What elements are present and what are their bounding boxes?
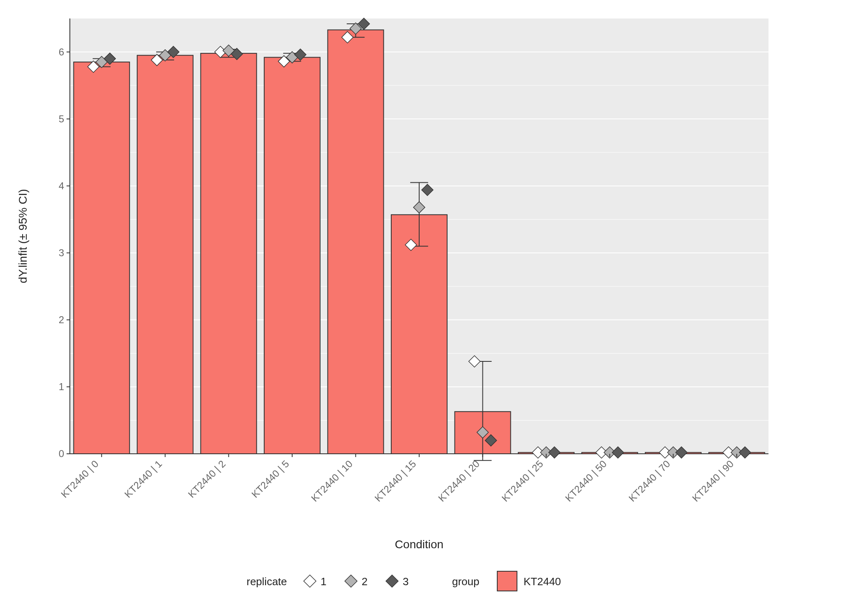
x-tick-label: KT2440 | 90 bbox=[690, 458, 736, 503]
y-tick-label: 4 bbox=[59, 180, 64, 191]
x-tick-label: KT2440 | 25 bbox=[499, 458, 545, 503]
x-tick-label: KT2440 | 1 bbox=[122, 458, 164, 500]
x-tick-label: KT2440 | 2 bbox=[186, 458, 228, 500]
legend-replicate-level: 2 bbox=[362, 575, 367, 588]
legend-swatch bbox=[497, 571, 517, 591]
legend-diamond-icon bbox=[345, 575, 357, 587]
bar bbox=[264, 57, 320, 454]
bar bbox=[74, 62, 129, 454]
bar-chart: 0123456KT2440 | 0KT2440 | 1KT2440 | 2KT2… bbox=[0, 0, 863, 616]
legend-replicate-title: replicate bbox=[247, 575, 287, 588]
x-tick-label: KT2440 | 10 bbox=[309, 458, 355, 503]
chart-container: 0123456KT2440 | 0KT2440 | 1KT2440 | 2KT2… bbox=[0, 0, 863, 616]
y-tick-label: 3 bbox=[59, 247, 64, 258]
y-axis-title: dY.linfit (± 95% CI) bbox=[16, 189, 29, 283]
bar bbox=[328, 30, 383, 454]
bar bbox=[391, 215, 447, 454]
legend-diamond-icon bbox=[304, 575, 316, 587]
legend-replicate-level: 3 bbox=[403, 575, 408, 588]
y-tick-label: 0 bbox=[59, 448, 64, 459]
x-tick-label: KT2440 | 50 bbox=[563, 458, 609, 503]
legend-group-level: KT2440 bbox=[524, 575, 561, 588]
x-tick-label: KT2440 | 15 bbox=[372, 458, 418, 503]
bar bbox=[137, 55, 193, 454]
x-tick-label: KT2440 | 5 bbox=[249, 458, 291, 500]
y-tick-label: 1 bbox=[59, 381, 64, 392]
x-tick-label: KT2440 | 0 bbox=[59, 458, 101, 500]
y-tick-label: 2 bbox=[59, 314, 64, 325]
bar bbox=[201, 53, 256, 454]
x-tick-label: KT2440 | 20 bbox=[436, 458, 482, 503]
legend-replicate-level: 1 bbox=[321, 575, 326, 588]
y-tick-label: 5 bbox=[59, 113, 64, 124]
x-axis-title: Condition bbox=[395, 538, 443, 551]
y-tick-label: 6 bbox=[59, 46, 64, 57]
x-tick-label: KT2440 | 70 bbox=[626, 458, 672, 503]
legend-group-title: group bbox=[452, 575, 480, 588]
legend-diamond-icon bbox=[386, 575, 398, 587]
